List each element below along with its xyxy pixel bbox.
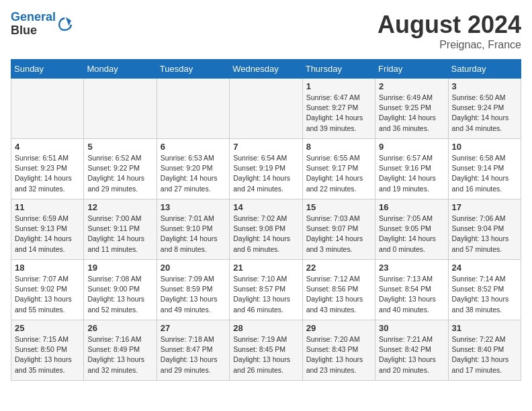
day-info: Sunrise: 6:53 AMSunset: 9:20 PMDaylight:… bbox=[161, 153, 226, 194]
table-row: 7Sunrise: 6:54 AMSunset: 9:19 PMDaylight… bbox=[230, 139, 302, 199]
table-row: 22Sunrise: 7:12 AMSunset: 8:56 PMDayligh… bbox=[302, 260, 375, 320]
day-number: 24 bbox=[452, 263, 517, 273]
day-number: 3 bbox=[452, 81, 517, 91]
table-row: 1Sunrise: 6:47 AMSunset: 9:27 PMDaylight… bbox=[302, 79, 375, 139]
day-number: 2 bbox=[379, 81, 444, 91]
calendar-week-row: 11Sunrise: 6:59 AMSunset: 9:13 PMDayligh… bbox=[11, 199, 521, 260]
day-info: Sunrise: 6:47 AMSunset: 9:27 PMDaylight:… bbox=[306, 93, 371, 134]
day-number: 5 bbox=[87, 142, 152, 152]
logo-text: General Blue bbox=[11, 11, 56, 38]
day-number: 18 bbox=[15, 263, 80, 273]
day-info: Sunrise: 7:10 AMSunset: 8:57 PMDaylight:… bbox=[233, 274, 298, 315]
table-row: 14Sunrise: 7:02 AMSunset: 9:08 PMDayligh… bbox=[230, 199, 302, 260]
day-number: 9 bbox=[379, 142, 444, 152]
day-number: 14 bbox=[233, 202, 298, 212]
day-number: 21 bbox=[233, 263, 298, 273]
month-year-label: August 2024 bbox=[378, 11, 521, 39]
header-monday: Monday bbox=[84, 60, 157, 79]
day-number: 29 bbox=[306, 323, 371, 333]
day-info: Sunrise: 7:14 AMSunset: 8:52 PMDaylight:… bbox=[452, 274, 517, 315]
header-wednesday: Wednesday bbox=[230, 60, 302, 79]
day-number: 26 bbox=[87, 323, 152, 333]
table-row: 16Sunrise: 7:05 AMSunset: 9:05 PMDayligh… bbox=[375, 199, 448, 260]
calendar-week-row: 18Sunrise: 7:07 AMSunset: 9:02 PMDayligh… bbox=[11, 260, 521, 320]
table-row: 31Sunrise: 7:22 AMSunset: 8:40 PMDayligh… bbox=[448, 320, 521, 381]
table-row: 26Sunrise: 7:16 AMSunset: 8:49 PMDayligh… bbox=[84, 320, 157, 381]
day-info: Sunrise: 7:08 AMSunset: 9:00 PMDaylight:… bbox=[87, 274, 152, 315]
logo-icon bbox=[57, 16, 73, 32]
day-info: Sunrise: 6:54 AMSunset: 9:19 PMDaylight:… bbox=[233, 153, 298, 194]
day-number: 11 bbox=[15, 202, 80, 212]
table-row: 18Sunrise: 7:07 AMSunset: 9:02 PMDayligh… bbox=[11, 260, 84, 320]
day-number: 27 bbox=[161, 323, 226, 333]
day-number: 28 bbox=[233, 323, 298, 333]
table-row: 20Sunrise: 7:09 AMSunset: 8:59 PMDayligh… bbox=[157, 260, 229, 320]
table-row: 8Sunrise: 6:55 AMSunset: 9:17 PMDaylight… bbox=[302, 139, 375, 199]
day-number: 25 bbox=[15, 323, 80, 333]
day-number: 23 bbox=[379, 263, 444, 273]
day-number: 6 bbox=[161, 142, 226, 152]
header-thursday: Thursday bbox=[302, 60, 375, 79]
day-info: Sunrise: 7:16 AMSunset: 8:49 PMDaylight:… bbox=[87, 334, 152, 375]
table-row bbox=[157, 79, 229, 139]
day-info: Sunrise: 7:09 AMSunset: 8:59 PMDaylight:… bbox=[161, 274, 226, 315]
page-header: General Blue August 2024 Preignac, Franc… bbox=[11, 11, 521, 51]
day-info: Sunrise: 7:21 AMSunset: 8:42 PMDaylight:… bbox=[379, 334, 444, 375]
day-info: Sunrise: 7:19 AMSunset: 8:45 PMDaylight:… bbox=[233, 334, 298, 375]
table-row: 3Sunrise: 6:50 AMSunset: 9:24 PMDaylight… bbox=[448, 79, 521, 139]
table-row bbox=[11, 79, 84, 139]
day-number: 22 bbox=[306, 263, 371, 273]
day-info: Sunrise: 6:57 AMSunset: 9:16 PMDaylight:… bbox=[379, 153, 444, 194]
day-number: 4 bbox=[15, 142, 80, 152]
table-row: 13Sunrise: 7:01 AMSunset: 9:10 PMDayligh… bbox=[157, 199, 229, 260]
day-number: 30 bbox=[379, 323, 444, 333]
day-info: Sunrise: 6:55 AMSunset: 9:17 PMDaylight:… bbox=[306, 153, 371, 194]
day-info: Sunrise: 6:51 AMSunset: 9:23 PMDaylight:… bbox=[15, 153, 80, 194]
calendar-week-row: 4Sunrise: 6:51 AMSunset: 9:23 PMDaylight… bbox=[11, 139, 521, 199]
day-number: 31 bbox=[452, 323, 517, 333]
day-number: 10 bbox=[452, 142, 517, 152]
table-row: 4Sunrise: 6:51 AMSunset: 9:23 PMDaylight… bbox=[11, 139, 84, 199]
day-number: 20 bbox=[161, 263, 226, 273]
day-number: 13 bbox=[161, 202, 226, 212]
month-title: August 2024 Preignac, France bbox=[378, 11, 521, 51]
day-info: Sunrise: 7:07 AMSunset: 9:02 PMDaylight:… bbox=[15, 274, 80, 315]
table-row: 10Sunrise: 6:58 AMSunset: 9:14 PMDayligh… bbox=[448, 139, 521, 199]
day-info: Sunrise: 7:20 AMSunset: 8:43 PMDaylight:… bbox=[306, 334, 371, 375]
day-number: 1 bbox=[306, 81, 371, 91]
day-info: Sunrise: 7:12 AMSunset: 8:56 PMDaylight:… bbox=[306, 274, 371, 315]
table-row: 28Sunrise: 7:19 AMSunset: 8:45 PMDayligh… bbox=[230, 320, 302, 381]
table-row bbox=[84, 79, 157, 139]
table-row bbox=[230, 79, 302, 139]
header-tuesday: Tuesday bbox=[157, 60, 229, 79]
day-number: 19 bbox=[87, 263, 152, 273]
day-info: Sunrise: 7:02 AMSunset: 9:08 PMDaylight:… bbox=[233, 214, 298, 255]
table-row: 21Sunrise: 7:10 AMSunset: 8:57 PMDayligh… bbox=[230, 260, 302, 320]
day-info: Sunrise: 6:52 AMSunset: 9:22 PMDaylight:… bbox=[87, 153, 152, 194]
day-number: 12 bbox=[87, 202, 152, 212]
day-info: Sunrise: 7:06 AMSunset: 9:04 PMDaylight:… bbox=[452, 214, 517, 255]
day-info: Sunrise: 7:01 AMSunset: 9:10 PMDaylight:… bbox=[161, 214, 226, 255]
logo: General Blue bbox=[11, 11, 73, 38]
day-info: Sunrise: 7:03 AMSunset: 9:07 PMDaylight:… bbox=[306, 214, 371, 255]
table-row: 15Sunrise: 7:03 AMSunset: 9:07 PMDayligh… bbox=[302, 199, 375, 260]
day-number: 17 bbox=[452, 202, 517, 212]
day-info: Sunrise: 6:49 AMSunset: 9:25 PMDaylight:… bbox=[379, 93, 444, 134]
table-row: 19Sunrise: 7:08 AMSunset: 9:00 PMDayligh… bbox=[84, 260, 157, 320]
calendar-table: Sunday Monday Tuesday Wednesday Thursday… bbox=[11, 59, 521, 381]
weekday-header-row: Sunday Monday Tuesday Wednesday Thursday… bbox=[11, 60, 521, 79]
table-row: 25Sunrise: 7:15 AMSunset: 8:50 PMDayligh… bbox=[11, 320, 84, 381]
table-row: 29Sunrise: 7:20 AMSunset: 8:43 PMDayligh… bbox=[302, 320, 375, 381]
header-sunday: Sunday bbox=[11, 60, 84, 79]
day-info: Sunrise: 6:58 AMSunset: 9:14 PMDaylight:… bbox=[452, 153, 517, 194]
table-row: 5Sunrise: 6:52 AMSunset: 9:22 PMDaylight… bbox=[84, 139, 157, 199]
day-number: 15 bbox=[306, 202, 371, 212]
day-info: Sunrise: 7:13 AMSunset: 8:54 PMDaylight:… bbox=[379, 274, 444, 315]
table-row: 9Sunrise: 6:57 AMSunset: 9:16 PMDaylight… bbox=[375, 139, 448, 199]
calendar-week-row: 25Sunrise: 7:15 AMSunset: 8:50 PMDayligh… bbox=[11, 320, 521, 381]
table-row: 11Sunrise: 6:59 AMSunset: 9:13 PMDayligh… bbox=[11, 199, 84, 260]
table-row: 17Sunrise: 7:06 AMSunset: 9:04 PMDayligh… bbox=[448, 199, 521, 260]
table-row: 27Sunrise: 7:18 AMSunset: 8:47 PMDayligh… bbox=[157, 320, 229, 381]
day-info: Sunrise: 7:00 AMSunset: 9:11 PMDaylight:… bbox=[87, 214, 152, 255]
table-row: 30Sunrise: 7:21 AMSunset: 8:42 PMDayligh… bbox=[375, 320, 448, 381]
